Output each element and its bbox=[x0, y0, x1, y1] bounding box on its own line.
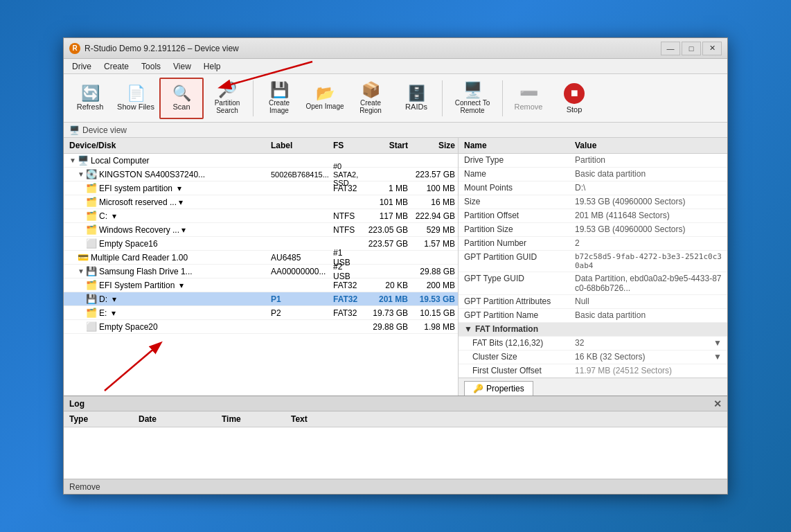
tree-row-c-drive[interactable]: 🗂️C: ▾ NTFS117 MB222.94 GB bbox=[64, 209, 458, 223]
prop-name: Name Basic data partition bbox=[459, 168, 727, 181]
breadcrumb-bar: 🖥️ Device view bbox=[64, 123, 727, 138]
connectremote-label: Connect To Remote bbox=[448, 99, 497, 114]
showfiles-label: Show Files bbox=[117, 103, 154, 111]
tab-properties[interactable]: 🔑 Properties bbox=[464, 381, 533, 396]
scan-icon: 🔍 bbox=[172, 86, 191, 101]
tree-row-e-drive[interactable]: 🗂️E: ▾ P2FAT3219.73 GB10.15 GB bbox=[64, 306, 458, 320]
status-bar: Remove bbox=[64, 479, 727, 494]
window-title: R-Studio Demo 9.2.191126 – Device view bbox=[85, 44, 661, 53]
tree-row-windows-recovery[interactable]: 🗂️Windows Recovery ... ▾ NTFS223.05 GB52… bbox=[64, 223, 458, 237]
minimize-button[interactable]: — bbox=[661, 42, 680, 55]
refresh-button[interactable]: 🔄 Refresh bbox=[68, 78, 112, 119]
scan-button[interactable]: 🔍 Scan bbox=[159, 78, 204, 119]
createregion-button[interactable]: 📦 Create Region bbox=[348, 78, 393, 119]
remove-button[interactable]: ➖ Remove bbox=[506, 78, 551, 119]
log-title: Log bbox=[69, 399, 85, 409]
raids-button[interactable]: 🗄️ RAIDs bbox=[394, 78, 438, 119]
props-body: Drive Type Partition Name Basic data par… bbox=[459, 154, 727, 378]
tree-row-efi-samsung[interactable]: 🗂️EFI System Partition ▾ FAT3220 KB200 M… bbox=[64, 278, 458, 292]
col-header-start: Start bbox=[364, 139, 411, 152]
menu-help[interactable]: Help bbox=[198, 60, 226, 73]
breadcrumb-icon: 🖥️ bbox=[69, 125, 80, 135]
log-col-type: Type bbox=[64, 413, 133, 425]
props-col-name-header: Name bbox=[459, 139, 569, 152]
props-tabs: 🔑 Properties bbox=[459, 378, 727, 396]
prop-cluster-size: Cluster Size 16 KB (32 Sectors) ▼ bbox=[459, 351, 727, 364]
log-body bbox=[64, 427, 727, 479]
tree-row-local-computer[interactable]: ▼🖥️Local Computer bbox=[64, 154, 458, 168]
prop-size: Size 19.53 GB (40960000 Sectors) bbox=[459, 195, 727, 209]
maximize-button[interactable]: □ bbox=[682, 42, 701, 55]
openimage-button[interactable]: 📂 Open Image bbox=[303, 78, 347, 119]
prop-mount-points: Mount Points D:\ bbox=[459, 181, 727, 195]
tree-row-card-reader[interactable]: 💳Multiple Card Reader 1.00 AU6485#1 USB bbox=[64, 251, 458, 265]
tree-row-ms-reserved[interactable]: 🗂️Microsoft reserved ... ▾ 101 MB16 MB bbox=[64, 195, 458, 209]
stop-icon: ⏹ bbox=[564, 83, 585, 104]
tree-row-kingston[interactable]: ▼💽KINGSTON SA400S3724​0... 50026B768415.… bbox=[64, 168, 458, 181]
prop-gpt-type-guid: GPT Type GUID Data Partition, ebd0a0a2-b… bbox=[459, 272, 727, 295]
prop-gpt-attributes: GPT Partition Attributes Null bbox=[459, 295, 727, 309]
createregion-label: Create Region bbox=[350, 99, 391, 114]
stop-button[interactable]: ⏹ Stop bbox=[552, 78, 596, 119]
toolbar-sep-2 bbox=[442, 80, 443, 116]
breadcrumb: Device view bbox=[82, 125, 127, 135]
menu-drive[interactable]: Drive bbox=[66, 60, 97, 73]
prop-gpt-part-name: GPT Partition Name Basic data partition bbox=[459, 309, 727, 323]
prop-first-cluster: First Cluster Offset 11.97 MB (24512 Sec… bbox=[459, 364, 727, 378]
prop-fat-bits: FAT Bits (12,16,32) 32 ▼ bbox=[459, 337, 727, 351]
showfiles-icon: 📄 bbox=[127, 86, 145, 101]
raids-label: RAIDs bbox=[405, 103, 427, 111]
col-header-device: Device/Disk bbox=[64, 139, 268, 152]
tree-row-empty-space16[interactable]: ⬜Empty Space16 223.57 GB1.57 MB bbox=[64, 237, 458, 251]
properties-icon: 🔑 bbox=[473, 384, 483, 393]
menu-view[interactable]: View bbox=[168, 60, 197, 73]
toolbar: 🔄 Refresh 📄 Show Files 🔍 Scan 🔎 Partitio… bbox=[64, 74, 727, 123]
refresh-label: Refresh bbox=[77, 103, 104, 111]
partitionsearch-icon: 🔎 bbox=[218, 82, 237, 98]
createimage-button[interactable]: 💾 Create Image bbox=[257, 78, 301, 119]
refresh-icon: 🔄 bbox=[81, 86, 100, 101]
openimage-icon: 📂 bbox=[316, 86, 335, 101]
col-header-label: Label bbox=[268, 139, 330, 152]
prop-partition-number: Partition Number 2 bbox=[459, 237, 727, 251]
tree-row-empty-space20[interactable]: ⬜Empty Space20 29.88 GB1.98 MB bbox=[64, 320, 458, 334]
device-tree-body: ▼🖥️Local Computer ▼💽KINGSTON SA400S3724​… bbox=[64, 154, 458, 396]
createimage-icon: 💾 bbox=[270, 82, 289, 98]
log-table-header: Type Date Time Text bbox=[64, 411, 727, 427]
partitionsearch-label: Partition Search bbox=[207, 99, 247, 114]
log-col-date: Date bbox=[133, 413, 216, 425]
window-controls: — □ ✕ bbox=[661, 42, 722, 55]
prop-fat-section: ▼FAT Information bbox=[459, 323, 727, 337]
createimage-label: Create Image bbox=[259, 99, 299, 114]
col-header-size: Size bbox=[411, 139, 458, 152]
menu-create[interactable]: Create bbox=[98, 60, 134, 73]
log-close-button[interactable]: ✕ bbox=[713, 398, 722, 409]
log-panel: Log ✕ Type Date Time Text bbox=[64, 396, 727, 479]
app-icon: R bbox=[69, 43, 80, 54]
log-col-text: Text bbox=[285, 413, 727, 425]
tree-row-samsung[interactable]: ▼💾Samsung Flash Drive 1... AA00000000...… bbox=[64, 265, 458, 278]
openimage-label: Open Image bbox=[305, 103, 344, 110]
properties-panel: Name Value Drive Type Partition Name Bas… bbox=[459, 138, 727, 396]
partitionsearch-button[interactable]: 🔎 Partition Search bbox=[205, 78, 249, 119]
close-button[interactable]: ✕ bbox=[702, 42, 722, 55]
log-header: Log ✕ bbox=[64, 396, 727, 411]
props-col-value-header: Value bbox=[569, 139, 727, 152]
raids-icon: 🗄️ bbox=[407, 86, 426, 101]
stop-label: Stop bbox=[567, 105, 583, 114]
prop-gpt-guid: GPT Partition GUID b72c58d5-9fab-4272-b3… bbox=[459, 251, 727, 272]
device-tree-panel: Device/Disk Label FS Start Size ▼🖥️Local… bbox=[64, 138, 459, 396]
connectremote-button[interactable]: 🖥️ Connect To Remote bbox=[446, 78, 499, 119]
log-col-time: Time bbox=[216, 413, 285, 425]
showfiles-button[interactable]: 📄 Show Files bbox=[114, 78, 158, 119]
tree-row-efi-system[interactable]: 🗂️EFI system partition ▾ FAT321 MB100 MB bbox=[64, 181, 458, 195]
tree-row-d-drive[interactable]: 💾D: ▾ P1 FAT32 201 MB 19.53 GB bbox=[64, 292, 458, 306]
menu-tools[interactable]: Tools bbox=[136, 60, 166, 73]
connectremote-icon: 🖥️ bbox=[463, 82, 482, 98]
main-window: R R-Studio Demo 9.2.191126 – Device view… bbox=[63, 37, 728, 495]
prop-partition-size: Partition Size 19.53 GB (40960000 Sector… bbox=[459, 223, 727, 237]
props-header: Name Value bbox=[459, 138, 727, 154]
prop-partition-offset: Partition Offset 201 MB (411648 Sectors) bbox=[459, 209, 727, 223]
menu-bar: Drive Create Tools View Help bbox=[64, 59, 727, 74]
col-header-fs: FS bbox=[330, 139, 364, 152]
